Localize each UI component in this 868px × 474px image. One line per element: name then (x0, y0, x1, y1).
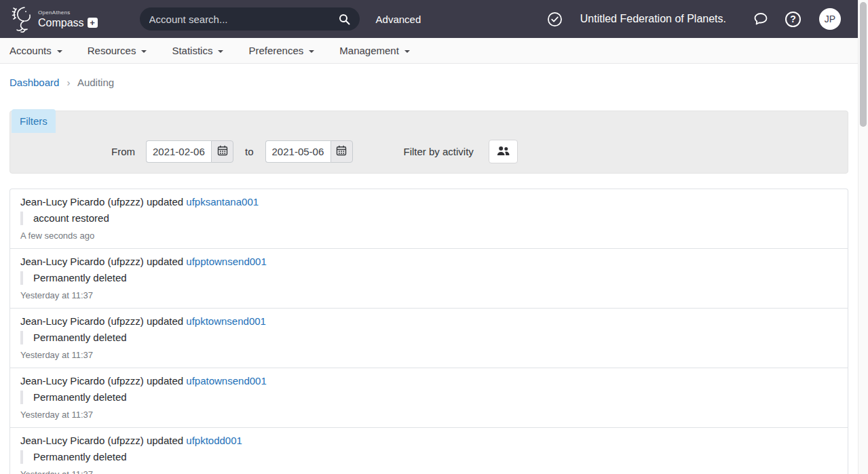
scrollbar-thumb[interactable] (860, 2, 867, 127)
entry-actor-text: Jean-Lucy Picardo (ufpzzz) updated (20, 256, 183, 267)
audit-entry: Jean-Lucy Picardo (ufpzzz) updated ufpks… (10, 189, 848, 249)
filter-by-activity-label: Filter by activity (404, 146, 474, 157)
calendar-icon (217, 145, 228, 158)
breadcrumb: Dashboard › Auditing (10, 77, 848, 88)
openathens-logo-icon (10, 5, 35, 33)
entry-action: Permanently deleted (20, 271, 837, 285)
entry-summary: Jean-Lucy Picardo (ufpzzz) updated ufpat… (20, 375, 837, 387)
audit-entry: Jean-Lucy Picardo (ufpzzz) updated ufppt… (10, 249, 848, 309)
entry-target-link[interactable]: ufpktodd001 (186, 435, 242, 446)
menu-item-label: Preferences (248, 45, 303, 56)
organisation-name: Untitled Federation of Planets. (580, 13, 726, 25)
audit-entry: Jean-Lucy Picardo (ufpzzz) updated ufpkt… (10, 428, 848, 474)
filters-row: From (111, 140, 518, 163)
entry-summary: Jean-Lucy Picardo (ufpzzz) updated ufpkt… (20, 315, 837, 327)
chevron-down-icon (309, 50, 314, 53)
entry-timestamp: Yesterday at 11:37 (20, 410, 837, 420)
entry-action: Permanently deleted (20, 331, 837, 344)
check-circle-icon (547, 12, 563, 27)
from-date-input[interactable] (146, 140, 211, 163)
plus-badge-icon: + (88, 18, 98, 28)
filters-panel: Filters From (10, 111, 848, 174)
entry-action: Permanently deleted (20, 450, 837, 464)
search-icon[interactable] (339, 14, 350, 25)
audit-entry: Jean-Lucy Picardo (ufpzzz) updated ufpat… (10, 368, 848, 428)
entry-actor-text: Jean-Lucy Picardo (ufpzzz) updated (20, 196, 183, 208)
page-scrollbar[interactable] (858, 0, 868, 474)
menu-item[interactable]: Preferences (248, 45, 314, 56)
brand-text: OpenAthens Compass + (38, 10, 98, 28)
filters-tab[interactable]: Filters (12, 109, 56, 133)
help-icon[interactable]: ? (785, 12, 801, 27)
menu-item[interactable]: Accounts (10, 45, 62, 56)
entry-timestamp: Yesterday at 11:37 (20, 470, 837, 474)
breadcrumb-dashboard-link[interactable]: Dashboard (10, 77, 59, 88)
audit-log-list: Jean-Lucy Picardo (ufpzzz) updated ufpks… (10, 189, 848, 474)
menu-item-label: Statistics (172, 45, 212, 56)
menu-item[interactable]: Statistics (172, 45, 223, 56)
entry-summary: Jean-Lucy Picardo (ufpzzz) updated ufpkt… (20, 435, 837, 446)
from-date-group (146, 140, 233, 163)
audit-entry: Jean-Lucy Picardo (ufpzzz) updated ufpkt… (10, 309, 848, 368)
from-date-picker-button[interactable] (211, 140, 233, 163)
people-icon (497, 146, 510, 158)
to-date-input[interactable] (265, 140, 331, 163)
brand-app-name: Compass (38, 18, 84, 28)
chevron-down-icon (218, 50, 223, 53)
to-date-picker-button[interactable] (331, 140, 353, 163)
avatar[interactable]: JP (819, 8, 841, 30)
breadcrumb-current: Auditing (77, 77, 114, 88)
account-search-input[interactable] (149, 14, 339, 25)
brand-logo[interactable]: OpenAthens Compass + (10, 5, 98, 33)
from-label: From (111, 146, 135, 157)
menu-item-label: Resources (88, 45, 136, 56)
entry-timestamp: Yesterday at 11:37 (20, 351, 837, 360)
filter-by-activity-button[interactable] (489, 140, 518, 163)
to-date-group (265, 140, 353, 163)
breadcrumb-separator-icon: › (67, 77, 71, 88)
entry-actor-text: Jean-Lucy Picardo (ufpzzz) updated (20, 315, 183, 327)
menu-item[interactable]: Resources (88, 45, 147, 56)
app-root: OpenAthens Compass + Advanced (0, 0, 858, 474)
top-navbar: OpenAthens Compass + Advanced (0, 0, 858, 38)
to-label: to (245, 146, 254, 157)
entry-actor-text: Jean-Lucy Picardo (ufpzzz) updated (20, 435, 183, 446)
entry-timestamp: Yesterday at 11:37 (20, 291, 837, 300)
chat-icon[interactable] (753, 11, 769, 27)
entry-target-link[interactable]: ufpktownsend001 (186, 315, 266, 327)
entry-action: Permanently deleted (20, 391, 837, 404)
chevron-down-icon (57, 50, 62, 53)
menu-item-label: Management (339, 45, 399, 56)
chevron-down-icon (141, 50, 147, 53)
main-menu: Accounts Resources Statistics Preference… (0, 38, 858, 64)
entry-timestamp: A few seconds ago (20, 231, 837, 241)
brand-product-name: OpenAthens (38, 10, 98, 16)
menu-item[interactable]: Management (339, 45, 410, 56)
entry-summary: Jean-Lucy Picardo (ufpzzz) updated ufppt… (20, 256, 837, 267)
calendar-icon (336, 145, 347, 158)
entry-target-link[interactable]: ufpptownsend001 (186, 256, 266, 267)
entry-action: account restored (20, 212, 837, 225)
advanced-search-link[interactable]: Advanced (376, 14, 421, 25)
entry-target-link[interactable]: ufpatownsend001 (186, 375, 266, 387)
menu-item-label: Accounts (10, 45, 52, 56)
entry-actor-text: Jean-Lucy Picardo (ufpzzz) updated (20, 375, 183, 387)
chevron-down-icon (404, 50, 410, 53)
account-search-box (140, 7, 360, 31)
entry-summary: Jean-Lucy Picardo (ufpzzz) updated ufpks… (20, 196, 837, 208)
entry-target-link[interactable]: ufpksantana001 (186, 196, 259, 208)
